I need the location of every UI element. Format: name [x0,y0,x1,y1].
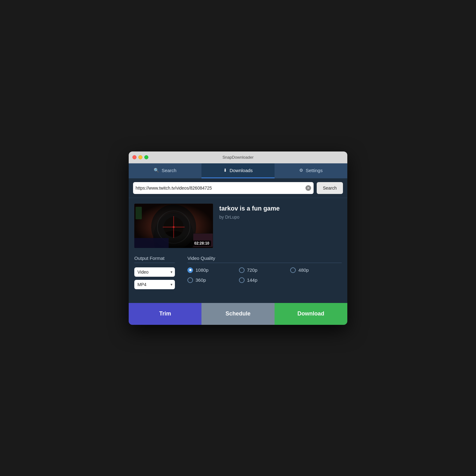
svg-rect-11 [134,238,169,248]
quality-label-480p: 480p [298,267,309,273]
radio-480p[interactable] [290,267,296,273]
tab-search[interactable]: 🔍 Search [129,163,201,178]
radio-360p[interactable] [187,277,193,283]
video-meta: tarkov is a fun game by DrLupo [219,204,280,220]
title-bar: SnapDownloader [129,151,347,163]
duration-badge: 02:28:10 [192,240,211,246]
video-quality-section: Video Quality 1080p 720p 480p [187,255,342,283]
quality-option-1080p[interactable]: 1080p [187,267,239,273]
downloads-tab-label: Downloads [230,168,253,173]
quality-option-720p[interactable]: 720p [239,267,290,273]
format-select[interactable]: Video Audio [134,267,175,277]
bottom-bar: Trim Schedule Download [129,303,347,325]
schedule-button[interactable]: Schedule [201,303,274,325]
video-title: tarkov is a fun game [219,205,280,212]
search-tab-label: Search [161,168,176,173]
maximize-button[interactable] [144,155,148,159]
settings-tab-icon: ⚙ [299,168,303,173]
tab-settings[interactable]: ⚙ Settings [275,163,347,178]
downloads-tab-icon: ⬇ [223,168,227,173]
window-title: SnapDownloader [222,155,254,160]
video-author: by DrLupo [219,215,280,220]
tab-bar: 🔍 Search ⬇ Downloads ⚙ Settings [129,163,347,178]
download-button[interactable]: Download [275,303,347,325]
svg-rect-10 [136,207,142,219]
search-button[interactable]: Search [317,182,343,194]
quality-label-720p: 720p [247,267,257,273]
trim-button[interactable]: Trim [129,303,201,325]
app-window: SnapDownloader 🔍 Search ⬇ Downloads ⚙ Se… [129,151,347,325]
quality-option-480p[interactable]: 480p [290,267,342,273]
video-thumbnail: 02:28:10 [134,204,213,248]
video-info-row: 02:28:10 tarkov is a fun game by DrLupo [134,204,342,248]
output-format-label: Output Format [134,255,175,263]
container-select[interactable]: MP4 MKV MOV AVI [134,280,175,289]
tab-downloads[interactable]: ⬇ Downloads [201,163,274,178]
url-input-wrapper: ✕ [133,182,314,194]
settings-tab-label: Settings [306,168,323,173]
quality-label-360p: 360p [196,277,206,283]
quality-label-144p: 144p [247,277,257,283]
close-button[interactable] [132,155,136,159]
clear-url-button[interactable]: ✕ [305,185,311,191]
radio-144p[interactable] [239,277,245,283]
quality-grid: 1080p 720p 480p 360p [187,267,342,283]
radio-720p[interactable] [239,267,245,273]
options-row: Output Format Video Audio ▾ MP4 MKV MOV … [134,255,342,289]
quality-option-360p[interactable]: 360p [187,277,239,283]
content-area: 02:28:10 tarkov is a fun game by DrLupo … [129,198,347,297]
quality-option-144p[interactable]: 144p [239,277,290,283]
radio-1080p[interactable] [187,267,193,273]
container-select-wrapper: MP4 MKV MOV AVI ▾ [134,280,175,289]
quality-label-1080p: 1080p [196,267,209,273]
url-input[interactable] [136,186,305,191]
output-format-section: Output Format Video Audio ▾ MP4 MKV MOV … [134,255,175,289]
traffic-lights [132,155,148,159]
search-tab-icon: 🔍 [154,168,159,173]
format-select-wrapper: Video Audio ▾ [134,267,175,277]
minimize-button[interactable] [138,155,142,159]
video-quality-label: Video Quality [187,255,342,263]
search-bar-row: ✕ Search [129,178,347,198]
